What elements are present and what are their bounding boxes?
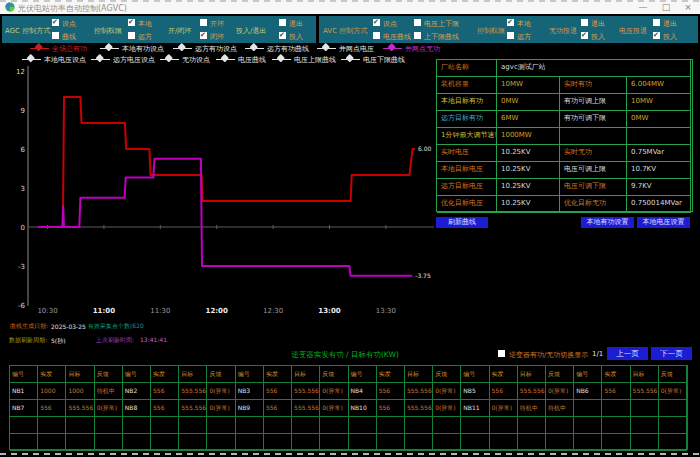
inverter-value-cell: 0(异常) (490, 400, 518, 417)
inverter-id-cell (461, 417, 489, 434)
inverter-id-cell (461, 434, 489, 451)
avc-voltage-enter-checkbox[interactable] (653, 32, 660, 39)
agc-openloop-label: 开环 (210, 19, 224, 29)
avc-reactive-exit-checkbox[interactable] (581, 19, 588, 26)
inverter-col-header: 编号 (349, 366, 377, 383)
local-voltage-set-button[interactable]: 本地电压设置 (637, 217, 690, 228)
avc-voltage-enter-label: 投入 (663, 32, 677, 42)
x-tick-label: 10:30 (37, 307, 57, 315)
inverter-value-cell: 待机中 (95, 383, 123, 400)
next-page-button[interactable]: 下一页 (651, 347, 692, 360)
inverter-id-cell (574, 400, 602, 417)
inverter-value-cell: 0(异常) (546, 383, 574, 400)
minimize-button[interactable]: — (634, 1, 652, 13)
inverter-value-cell: 1000 (38, 383, 66, 400)
inverter-value-cell: 556 (38, 400, 66, 417)
inverter-value-cell (602, 417, 630, 434)
avc-reactive-enter-checkbox[interactable] (581, 32, 588, 39)
local-active-power-set-button[interactable]: 本地有功设置 (581, 217, 634, 228)
refresh-curve-button[interactable]: 刷新曲线 (436, 217, 488, 228)
app-window: 光伏电站功率自动控制(AGVC) — □ × AGC 控制方式 设点 曲线 控制… (0, 0, 700, 457)
agc-enter-checkbox[interactable] (279, 32, 286, 39)
avc-voltcurve-checkbox[interactable] (373, 32, 380, 39)
inverter-id-cell: NB7 (10, 400, 38, 417)
maximize-button[interactable]: □ (657, 1, 675, 13)
agc-remote-checkbox[interactable] (128, 32, 135, 39)
agc-local-checkbox[interactable] (128, 19, 135, 26)
window-top-dashed-border (0, 0, 700, 2)
close-button[interactable]: × (679, 1, 697, 13)
inverter-value-cell: 0(异常) (659, 383, 687, 400)
info-value: 1000MW (497, 128, 560, 145)
info-value: 9.7KV (627, 179, 691, 196)
inverter-col-header: 实发 (377, 366, 405, 383)
inverter-id-cell (123, 417, 151, 434)
avc-voltage-inout-label: 电压投退 (619, 26, 647, 36)
prev-page-button[interactable]: 上一页 (607, 347, 648, 360)
curve-date-value: 2025-03-25 (51, 323, 86, 330)
inverter-id-cell: NB10 (349, 400, 377, 417)
inverter-value-cell: 556 (151, 400, 179, 417)
inverter-value-cell: 555.556 (66, 400, 94, 417)
info-value: agvc测试厂站 (497, 60, 691, 77)
x-tick-label: 11:00 (93, 307, 115, 315)
page-indicator: 1/1 (592, 350, 603, 358)
last-refresh-value: 13:41:41 (140, 336, 167, 343)
inverter-value-cell (631, 400, 659, 417)
avc-setpoint-checkbox[interactable] (373, 19, 380, 26)
inverter-id-cell (10, 434, 38, 451)
legend-marker-icon (245, 48, 264, 49)
inverter-col-header: 反馈 (659, 366, 687, 383)
agc-curve-checkbox[interactable] (52, 32, 59, 39)
inverter-toggle-checkbox[interactable] (498, 350, 505, 357)
inverter-value-cell (292, 417, 320, 434)
info-label: 装机容量 (437, 77, 497, 94)
x-tick-label: 12:00 (206, 307, 228, 315)
station-info-table: 厂站名称agvc测试厂站装机容量10MW实时有功6.004MW本地目标有功0MW… (436, 59, 693, 212)
inverter-id-cell (123, 434, 151, 451)
inverter-value-cell (38, 417, 66, 434)
agc-exit-checkbox[interactable] (279, 19, 286, 26)
agc-closedloop-label: 闭环 (210, 32, 224, 42)
info-value: 10.25KV (497, 196, 560, 213)
avc-voltlimit-checkbox[interactable] (414, 19, 421, 26)
inverter-id-cell (574, 434, 602, 451)
inverter-value-cell: 556 (602, 383, 630, 400)
inverter-value-cell: 555.556 (292, 400, 320, 417)
x-tick-label: 11:30 (150, 307, 170, 315)
inverter-value-cell: 555.556 (179, 383, 207, 400)
curve-date-label: 曲线生成日期: (10, 322, 48, 331)
inverter-col-header: 编号 (123, 366, 151, 383)
info-value: 10MW (627, 94, 691, 111)
inverter-value-cell: 555.556 (405, 383, 433, 400)
agc-setpoint-checkbox[interactable] (52, 19, 59, 26)
inverter-value-cell (490, 434, 518, 451)
inverter-col-header: 实发 (151, 366, 179, 383)
inverter-col-header: 编号 (574, 366, 602, 383)
avc-local-checkbox[interactable] (507, 19, 514, 26)
avc-limitcurve-checkbox[interactable] (414, 32, 421, 39)
x-tick-label: 12:30 (263, 307, 283, 315)
agc-openloop-checkbox[interactable] (200, 19, 207, 26)
legend-marker-icon (383, 48, 402, 49)
inverter-col-header: 实发 (38, 366, 66, 383)
avc-setpoint-label: 设点 (383, 19, 397, 29)
refresh-cycle-label: 数据刷新周期: (9, 336, 47, 345)
inverter-value-cell (631, 434, 659, 451)
info-value: 0MW (627, 111, 691, 128)
series-line (38, 97, 415, 227)
inverter-col-header: 实发 (264, 366, 292, 383)
avc-remote-checkbox[interactable] (507, 32, 514, 39)
avc-voltlimit-label: 电压上下限 (424, 19, 459, 29)
legend-label: 本地有功设点 (122, 44, 164, 54)
inverter-value-cell: 0(异常) (207, 400, 235, 417)
inverter-value-cell (264, 417, 292, 434)
inverter-id-cell (349, 417, 377, 434)
inverter-table: 编号实发目标反馈编号实发目标反馈编号实发目标反馈编号实发目标反馈编号实发目标反馈… (9, 365, 688, 450)
inverter-id-cell: NB1 (10, 383, 38, 400)
trend-chart[interactable]: 129630-3-610:3011:0011:3012:0012:3013:00… (0, 60, 460, 322)
inverter-id-cell (236, 417, 264, 434)
inverter-value-cell (405, 434, 433, 451)
avc-voltage-exit-checkbox[interactable] (653, 19, 660, 26)
agc-closedloop-checkbox[interactable] (200, 32, 207, 39)
